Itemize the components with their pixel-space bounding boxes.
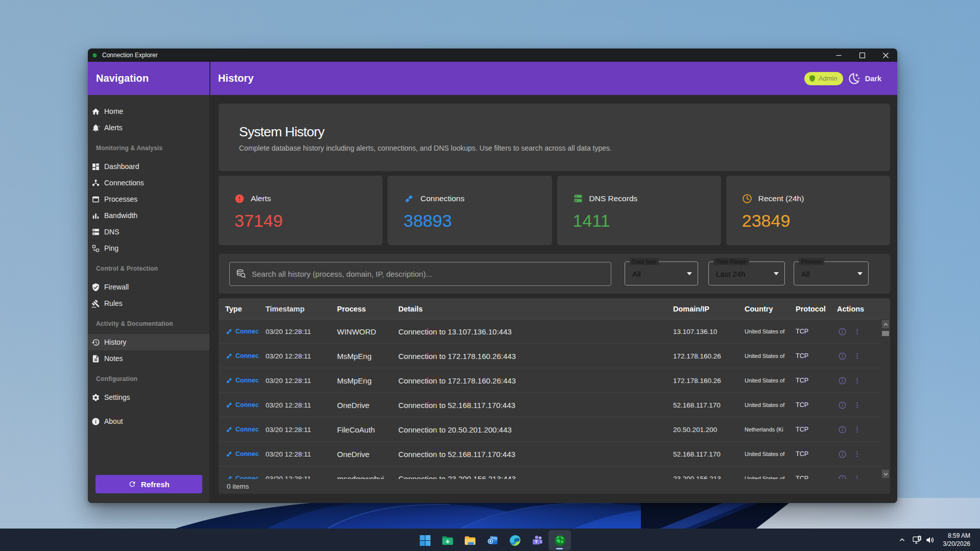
svg-text:T: T: [535, 539, 538, 544]
